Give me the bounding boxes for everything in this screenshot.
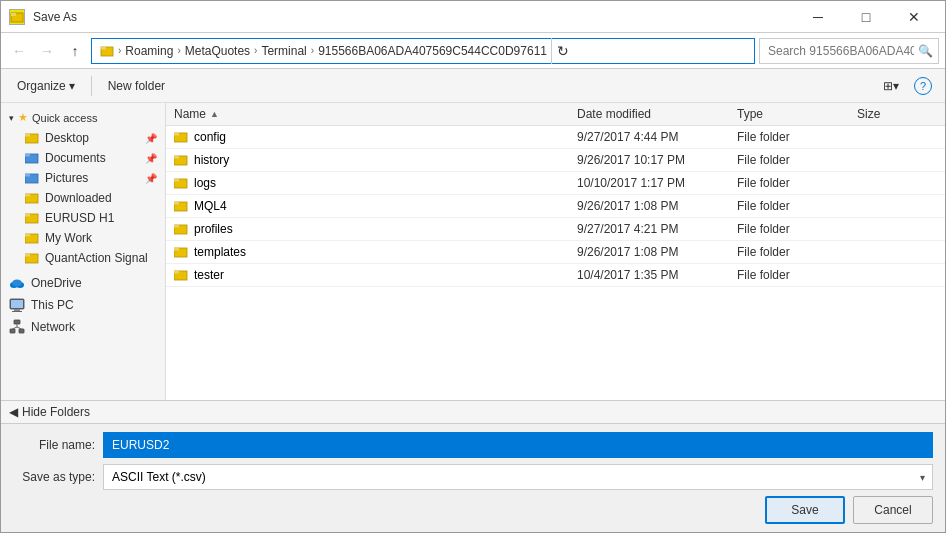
quick-access-header[interactable]: ▾ ★ Quick access	[1, 107, 165, 128]
file-folder-icon	[174, 130, 188, 144]
sidebar-item-network-label: Network	[31, 320, 75, 334]
sidebar-item-documents[interactable]: Documents 📌	[1, 148, 165, 168]
file-folder-icon	[174, 222, 188, 236]
file-name-text: logs	[194, 176, 216, 190]
sidebar-item-pictures[interactable]: Pictures 📌	[1, 168, 165, 188]
title-bar: Save As ─ □ ✕	[1, 1, 945, 33]
svg-rect-13	[25, 214, 30, 217]
savetype-row: Save as type: ASCII Text (*.csv) ▾	[13, 464, 933, 490]
sidebar-item-quantaction[interactable]: QuantAction Signal	[1, 248, 165, 268]
svg-rect-36	[174, 179, 179, 182]
hide-folders-label: Hide Folders	[22, 405, 90, 419]
sidebar-item-onedrive[interactable]: OneDrive	[1, 272, 165, 294]
search-input[interactable]	[759, 38, 939, 64]
svg-rect-44	[174, 271, 179, 274]
savetype-select[interactable]: ASCII Text (*.csv)	[103, 464, 933, 490]
address-bar: ← → ↑ › Roaming › MetaQuotes › Terminal …	[1, 33, 945, 69]
table-row[interactable]: config 9/27/2017 4:44 PM File folder	[166, 126, 945, 149]
refresh-button[interactable]: ↻	[551, 38, 575, 64]
table-row[interactable]: logs 10/10/2017 1:17 PM File folder	[166, 172, 945, 195]
file-type-cell: File folder	[737, 153, 857, 167]
maximize-button[interactable]: □	[843, 1, 889, 33]
cancel-button[interactable]: Cancel	[853, 496, 933, 524]
up-button[interactable]: ↑	[63, 39, 87, 63]
sidebar-item-documents-label: Documents	[45, 151, 106, 165]
file-date-cell: 9/27/2017 4:44 PM	[577, 130, 737, 144]
column-header-name[interactable]: Name ▲	[174, 107, 577, 121]
table-row[interactable]: tester 10/4/2017 1:35 PM File folder	[166, 264, 945, 287]
svg-rect-38	[174, 202, 179, 205]
filename-label: File name:	[13, 438, 103, 452]
sidebar-item-eurusd[interactable]: EURUSD H1	[1, 208, 165, 228]
bottom-section: File name: Save as type: ASCII Text (*.c…	[1, 423, 945, 532]
hide-folders-toggle[interactable]: ◀ Hide Folders	[9, 405, 90, 419]
file-name-text: templates	[194, 245, 246, 259]
svg-rect-26	[10, 329, 15, 333]
path-folder-icon	[100, 44, 114, 58]
back-button[interactable]: ←	[7, 39, 31, 63]
quantaction-folder-icon	[25, 251, 39, 265]
documents-folder-icon	[25, 151, 39, 165]
svg-rect-42	[174, 248, 179, 251]
file-date-cell: 10/10/2017 1:17 PM	[577, 176, 737, 190]
file-folder-icon	[174, 153, 188, 167]
mywork-folder-icon	[25, 231, 39, 245]
address-path[interactable]: › Roaming › MetaQuotes › Terminal › 9155…	[91, 38, 755, 64]
pin-icon-docs: 📌	[145, 153, 157, 164]
column-header-type[interactable]: Type	[737, 107, 857, 121]
toolbar-separator	[91, 76, 92, 96]
file-name-cell: history	[174, 153, 577, 167]
file-list-header: Name ▲ Date modified Type Size	[166, 103, 945, 126]
file-folder-icon	[174, 268, 188, 282]
svg-rect-7	[25, 154, 30, 157]
save-as-dialog: Save As ─ □ ✕ ← → ↑ › Roaming › MetaQuot…	[0, 0, 946, 533]
file-name-text: config	[194, 130, 226, 144]
filename-input[interactable]	[103, 432, 933, 458]
table-row[interactable]: MQL4 9/26/2017 1:08 PM File folder	[166, 195, 945, 218]
save-button[interactable]: Save	[765, 496, 845, 524]
sidebar-item-downloaded-label: Downloaded	[45, 191, 112, 205]
table-row[interactable]: profiles 9/27/2017 4:21 PM File folder	[166, 218, 945, 241]
table-row[interactable]: templates 9/26/2017 1:08 PM File folder	[166, 241, 945, 264]
sidebar-item-network[interactable]: Network	[1, 316, 165, 338]
window-title: Save As	[33, 10, 77, 24]
file-name-text: history	[194, 153, 229, 167]
file-type-cell: File folder	[737, 130, 857, 144]
file-date-cell: 10/4/2017 1:35 PM	[577, 268, 737, 282]
view-options-button[interactable]: ⊞ ▾	[877, 73, 905, 99]
main-content: ▾ ★ Quick access Desktop 📌 Documents 📌 P…	[1, 103, 945, 400]
file-rows-container: config 9/27/2017 4:44 PM File folder his…	[166, 126, 945, 287]
svg-rect-11	[25, 194, 30, 197]
sidebar-item-thispc[interactable]: This PC	[1, 294, 165, 316]
column-header-date[interactable]: Date modified	[577, 107, 737, 121]
hide-folders-arrow-icon: ◀	[9, 405, 18, 419]
file-name-text: tester	[194, 268, 224, 282]
quick-access-star-icon: ★	[18, 111, 28, 124]
svg-rect-27	[19, 329, 24, 333]
table-row[interactable]: history 9/26/2017 10:17 PM File folder	[166, 149, 945, 172]
filename-row: File name:	[13, 432, 933, 458]
help-button[interactable]: ?	[909, 73, 937, 99]
new-folder-button[interactable]: New folder	[100, 73, 173, 99]
forward-button[interactable]: →	[35, 39, 59, 63]
sidebar-item-mywork[interactable]: My Work	[1, 228, 165, 248]
column-header-size[interactable]: Size	[857, 107, 937, 121]
file-type-cell: File folder	[737, 245, 857, 259]
path-segment-roaming: Roaming	[125, 44, 173, 58]
sidebar-item-desktop[interactable]: Desktop 📌	[1, 128, 165, 148]
file-date-cell: 9/27/2017 4:21 PM	[577, 222, 737, 236]
onedrive-icon	[9, 275, 25, 291]
organize-button[interactable]: Organize ▾	[9, 73, 83, 99]
file-list: Name ▲ Date modified Type Size	[166, 103, 945, 400]
hide-folders-bar: ◀ Hide Folders	[1, 400, 945, 423]
svg-rect-23	[14, 309, 20, 311]
sidebar-item-downloaded[interactable]: Downloaded	[1, 188, 165, 208]
file-folder-icon	[174, 199, 188, 213]
downloaded-folder-icon	[25, 191, 39, 205]
help-icon: ?	[914, 77, 932, 95]
svg-rect-40	[174, 225, 179, 228]
toolbar: Organize ▾ New folder ⊞ ▾ ?	[1, 69, 945, 103]
eurusd-folder-icon	[25, 211, 39, 225]
close-button[interactable]: ✕	[891, 1, 937, 33]
minimize-button[interactable]: ─	[795, 1, 841, 33]
